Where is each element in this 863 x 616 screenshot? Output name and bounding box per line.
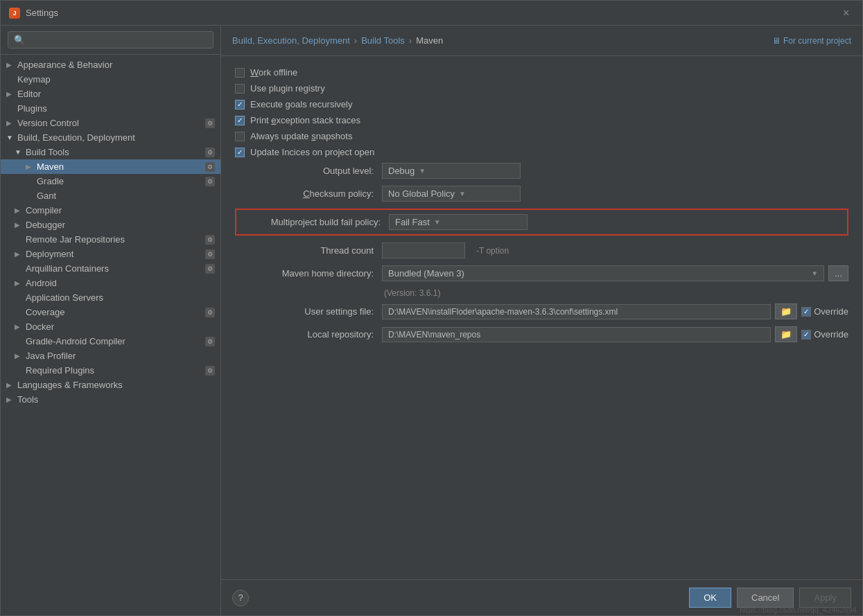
breadcrumb-part3: Maven [416,35,443,46]
arrow-icon: ▶ [26,163,34,170]
sidebar-item-debugger[interactable]: ▶ Debugger [1,218,220,232]
update-indices-checkbox[interactable] [235,148,245,157]
sidebar-item-app-servers[interactable]: Application Servers [1,290,220,305]
breadcrumb-part2: Build Tools [361,35,405,46]
execute-goals-label: Execute goals recursively [250,99,352,109]
search-box [1,26,220,55]
output-level-label: Output level: [235,166,374,176]
checksum-policy-row: Checksum policy: No Global Policy ▼ [235,186,848,202]
sidebar-item-docker[interactable]: ▶ Docker [1,319,220,334]
user-settings-input: D:\MAVEN\installFloder\apache-maven-3.6.… [382,304,771,319]
arrow-icon: ▶ [6,119,15,127]
settings-icon: ⚙ [205,177,215,186]
dialog-title: Settings [26,8,58,18]
chevron-down-icon: ▼ [459,190,466,197]
sidebar-tree: ▶ Appearance & Behavior Keymap ▶ Editor … [1,55,220,615]
local-repo-browse-button[interactable]: 📁 [775,326,797,342]
checksum-policy-select[interactable]: No Global Policy ▼ [382,186,521,202]
sidebar-item-required-plugins[interactable]: Required Plugins ⚙ [1,363,220,378]
sidebar-item-label: Languages & Frameworks [17,380,215,390]
sidebar-item-label: Version Control [17,118,202,128]
sidebar-item-build-tools[interactable]: ▼ Build Tools ⚙ [1,145,220,159]
work-offline-label: Work offline [250,67,297,78]
search-input[interactable] [8,31,213,49]
settings-icon: ⚙ [205,162,215,172]
sidebar-item-deployment[interactable]: ▶ Deployment ⚙ [1,247,220,261]
arrow-icon: ▶ [15,279,23,287]
sidebar-item-label: Debugger [26,220,215,230]
update-indices-row: Update Incices on project open [235,147,848,157]
sidebar-item-label: Build, Execution, Deployment [17,132,215,143]
maven-home-value: Bundled (Maven 3) [388,268,464,279]
work-offline-checkbox[interactable] [235,68,245,78]
ok-button[interactable]: OK [689,588,731,608]
sidebar-item-gant[interactable]: Gant [1,188,220,203]
close-button[interactable]: × [843,8,854,19]
sidebar-item-label: Coverage [26,307,202,317]
sidebar-item-label: Required Plugins [26,365,202,376]
content-area: Work offline Use plugin registry Execute… [221,56,862,579]
output-level-value: Debug [388,166,415,176]
breadcrumb: Build, Execution, Deployment › Build Too… [232,35,443,46]
sidebar-item-label: Arquillian Containers [26,263,202,274]
sidebar-item-maven[interactable]: ▶ Maven ⚙ [1,159,220,174]
execute-goals-row: Execute goals recursively [235,99,848,109]
sidebar-item-android[interactable]: ▶ Android [1,276,220,290]
sidebar-item-label: Remote Jar Repositories [26,234,202,245]
app-icon: J [9,8,20,19]
sidebar-item-keymap[interactable]: Keymap [1,72,220,87]
sidebar-item-label: Java Profiler [26,351,215,361]
print-exception-row: Print exception stack traces [235,115,848,125]
help-button[interactable]: ? [232,590,249,606]
sidebar-item-label: Tools [17,394,215,405]
sidebar-item-gradle-android[interactable]: Gradle-Android Compiler ⚙ [1,334,220,349]
thread-count-input[interactable] [382,243,465,258]
arrow-icon: ▶ [15,323,23,331]
output-level-row: Output level: Debug ▼ [235,163,848,179]
maven-version-text: (Version: 3.6.1) [384,288,848,298]
use-plugin-registry-checkbox[interactable] [235,84,245,94]
sidebar-item-languages[interactable]: ▶ Languages & Frameworks [1,378,220,392]
cancel-button[interactable]: Cancel [737,588,794,608]
apply-button[interactable]: Apply [799,588,851,608]
execute-goals-checkbox[interactable] [235,100,245,109]
update-indices-label: Update Incices on project open [250,147,374,157]
local-repo-override-label: Override [814,329,848,340]
sidebar-item-arquillian[interactable]: Arquillian Containers ⚙ [1,261,220,276]
sidebar-item-label: Keymap [17,74,215,85]
maven-home-browse-button[interactable]: ... [828,265,848,281]
user-settings-browse-button[interactable]: 📁 [775,303,797,319]
print-exception-checkbox[interactable] [235,116,245,125]
sidebar-item-tools[interactable]: ▶ Tools [1,392,220,407]
multiproject-policy-label: Multiproject build fail policy: [242,217,381,227]
sidebar-item-compiler[interactable]: ▶ Compiler [1,203,220,218]
arrow-icon: ▶ [15,221,23,229]
sidebar-item-gradle[interactable]: Gradle ⚙ [1,174,220,188]
sidebar-item-appearance[interactable]: ▶ Appearance & Behavior [1,58,220,72]
multiproject-policy-select[interactable]: Fail Fast ▼ [389,214,528,230]
settings-dialog: J Settings × ▶ Appearance & Behavior Key… [0,0,863,616]
sidebar-item-label: Editor [17,89,215,99]
sidebar-item-remote-jar[interactable]: Remote Jar Repositories ⚙ [1,232,220,247]
local-repo-row: Local repository: D:\MAVEN\maven_repos 📁… [235,326,848,342]
arrow-icon: ▶ [6,396,15,403]
sidebar-item-version-control[interactable]: ▶ Version Control ⚙ [1,116,220,130]
sidebar-item-editor[interactable]: ▶ Editor [1,87,220,101]
always-update-checkbox[interactable] [235,132,245,141]
sidebar-item-label: Maven [37,161,202,172]
maven-home-select[interactable]: Bundled (Maven 3) ▼ [382,265,824,281]
maven-home-row: Maven home directory: Bundled (Maven 3) … [235,265,848,281]
local-repo-override-checkbox[interactable] [801,330,811,340]
user-settings-override-row: Override [801,306,848,317]
sidebar-item-plugins[interactable]: Plugins [1,101,220,116]
for-current-project-button[interactable]: 🖥 For current project [772,36,851,46]
sidebar-item-java-profiler[interactable]: ▶ Java Profiler [1,349,220,363]
local-repo-input: D:\MAVEN\maven_repos [382,327,771,342]
breadcrumb-sep1: › [354,35,357,46]
main-content: ▶ Appearance & Behavior Keymap ▶ Editor … [1,26,862,615]
output-level-select[interactable]: Debug ▼ [382,163,521,179]
user-settings-override-checkbox[interactable] [801,307,811,317]
sidebar-item-coverage[interactable]: Coverage ⚙ [1,305,220,319]
sidebar-item-build-exec[interactable]: ▼ Build, Execution, Deployment [1,130,220,145]
print-exception-label: Print exception stack traces [250,115,360,125]
